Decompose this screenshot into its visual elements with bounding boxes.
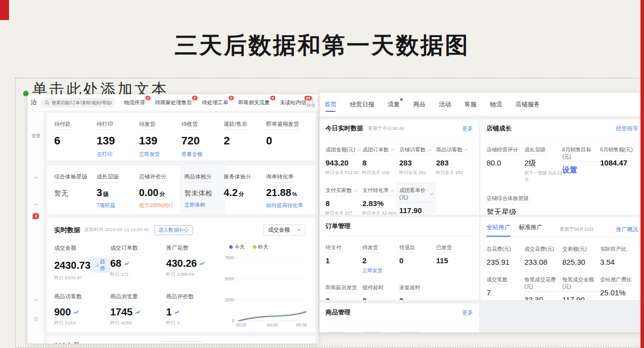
tab-daily-report[interactable]: 经营日报 xyxy=(350,93,374,116)
ship-now-link[interactable]: 立即发货 xyxy=(363,267,400,274)
stat-growth-level: 成长层级 2级 距下一层级 316.24 元 xyxy=(525,144,563,183)
stat-value: 3.54 xyxy=(600,258,638,266)
improve-conversion-link[interactable]: 如何提高转化率 xyxy=(266,202,309,209)
legend-today: 今天 xyxy=(229,244,245,251)
stat-value: 8 xyxy=(363,158,400,167)
tab-shop-services[interactable]: 店铺服务 xyxy=(516,93,540,116)
sidebar-collapse-2[interactable] xyxy=(28,203,44,206)
stat-value: 720 xyxy=(182,134,224,147)
nav-item-logistics-stalled[interactable]: 物流停滞 2 xyxy=(124,99,145,106)
tab-customer-service[interactable]: 客服 xyxy=(464,93,476,116)
stat-value: 0 xyxy=(399,256,436,265)
mini-chart-icon[interactable] xyxy=(135,309,140,315)
stat-value: 0 xyxy=(363,296,400,300)
promo-overview-link[interactable]: 推广概况 xyxy=(616,226,638,233)
slide-right-edge-accent xyxy=(640,0,644,348)
go-print-link[interactable]: 去打印 xyxy=(97,151,139,158)
nav-item-pending-tickets[interactable]: 待处理工单 2 xyxy=(202,99,229,106)
nav-item-pending-aftersales[interactable]: 待商家处理售后 2 xyxy=(155,99,192,106)
mini-chart-icon[interactable] xyxy=(464,148,468,152)
tab-products[interactable]: 商品 xyxy=(413,93,425,116)
stat-total-spend: 总花费(元) 235.91 xyxy=(487,244,525,266)
data-center-button[interactable]: 进入数据中心 xyxy=(154,225,193,235)
stat-avg-order-value: 成团客单价(元) 117.90 昨日全天 8.52 xyxy=(399,185,436,215)
stat-value: 80.0 xyxy=(487,158,525,167)
stat-awaiting-refund: 待退款 0 xyxy=(399,242,436,274)
stat-value: 0 xyxy=(266,134,309,147)
search-input[interactable] xyxy=(52,100,112,105)
check-now-link[interactable]: 立即体检 xyxy=(185,202,221,209)
stat-month-sales: 6月销售额(元) 1084.47 xyxy=(600,144,638,183)
tab-standard-promo[interactable]: 标准推广 xyxy=(519,222,543,237)
sidebar-item-manage[interactable]: 管理 xyxy=(28,133,44,139)
stat-value: 暂无 xyxy=(54,189,97,198)
sidebar-collapse-1[interactable] xyxy=(28,176,44,179)
more-link[interactable]: 更多 xyxy=(462,125,473,132)
stat-label: 店铺评价分 xyxy=(139,173,167,183)
sidebar-item-label: 管理 xyxy=(32,133,40,139)
metric-select[interactable]: 成交金额 xyxy=(263,224,305,236)
chevron-up-icon xyxy=(34,298,38,301)
more-link[interactable]: 更多 xyxy=(462,309,473,316)
mini-chart-icon[interactable] xyxy=(174,309,180,315)
tab-traffic[interactable]: 流量 xyxy=(388,93,400,116)
operation-guide-link[interactable]: 经营指导 xyxy=(616,125,638,132)
stat-value: 1084.47 xyxy=(600,158,638,167)
promo-action-button[interactable] xyxy=(160,341,203,343)
stat-refund-aftersale: 退款/售后 2 xyxy=(224,119,266,154)
stat-value: 暂未体检 xyxy=(185,189,221,198)
below-peers-warning[interactable]: 低于100%同行 xyxy=(139,202,182,209)
ship-now-link[interactable]: 立即发货 xyxy=(139,151,182,158)
nav-item-unread-messages[interactable]: 未读站内信 66 xyxy=(280,99,306,106)
svg-text:0: 0 xyxy=(232,318,234,323)
stat-label: 商品体检分 xyxy=(185,173,212,183)
stat-value: 283 xyxy=(399,158,436,167)
corner-label[interactable]: 跨境 xyxy=(306,103,315,108)
mini-chart-icon[interactable] xyxy=(427,148,431,152)
tab-home[interactable]: 首页 xyxy=(325,93,337,116)
mini-chart-icon[interactable] xyxy=(73,309,79,315)
mini-chart-icon[interactable] xyxy=(390,148,394,152)
nav-item-traffic-loss[interactable]: 即将损失流量 4 xyxy=(238,99,270,106)
clipped-label xyxy=(399,331,419,332)
sidebar-collapse-3[interactable] xyxy=(28,298,44,301)
card-updated: 更新于今日18:46 xyxy=(368,125,404,132)
sidebar-badge-item[interactable]: 3 xyxy=(28,213,44,219)
stat-value: 8 xyxy=(326,199,363,208)
stat-value: 3 xyxy=(97,187,102,198)
stat-value: 943.20 xyxy=(326,158,363,167)
clipped-label xyxy=(363,331,383,332)
stat-value: 4.2 xyxy=(224,187,238,198)
stat-product-visitors: 商品访客数 283 昨日全天 252 xyxy=(436,144,473,176)
tab-sitewide-promo[interactable]: 全站推广 xyxy=(487,222,511,237)
stat-prev: 昨日全天 252 xyxy=(399,169,436,176)
mini-chart-icon[interactable] xyxy=(124,261,129,266)
mini-chart-icon[interactable] xyxy=(430,192,433,196)
trend-badge[interactable]: 趋势 xyxy=(93,258,110,273)
stat-label: 成长层级 xyxy=(97,173,119,183)
mini-chart-icon[interactable] xyxy=(357,148,361,152)
tab-activities[interactable]: 活动 xyxy=(439,93,451,116)
stat-prev: 昨日 1088.59 xyxy=(166,271,222,278)
stat-value: 7 xyxy=(487,288,525,297)
nav-item-label: 待商家处理售后 xyxy=(155,99,192,105)
view-all-link[interactable]: 查看全额 xyxy=(182,151,224,158)
spacer-cell xyxy=(436,185,473,215)
search-box[interactable] xyxy=(41,98,116,108)
set-target-link[interactable]: 设置 xyxy=(562,165,600,175)
stat-transaction-amount: 交易额(元) 825.30 xyxy=(562,244,600,266)
stat-prev: 昨日 171 xyxy=(110,271,167,278)
stat-value: 900 xyxy=(54,306,71,318)
tab-logistics[interactable]: 物流 xyxy=(490,93,502,116)
stat-label: 推广花费 xyxy=(166,244,188,254)
sidebar-misc-glyph[interactable] xyxy=(28,317,44,321)
benefits-link[interactable]: 7项权益 xyxy=(97,202,139,209)
shop-home-tabs: 首页 经营日报 流量 商品 活动 客服 物流 店铺服务 xyxy=(319,93,644,116)
card-title: 商品管理 xyxy=(326,308,351,317)
mini-chart-icon[interactable] xyxy=(390,189,394,193)
mini-chart-icon[interactable] xyxy=(199,261,205,266)
card-title: 订单管理 xyxy=(326,222,351,231)
stat-label: 成交订单数 xyxy=(110,244,138,254)
mini-chart-icon[interactable] xyxy=(354,189,358,193)
stat-value: 117.90 xyxy=(399,206,433,215)
